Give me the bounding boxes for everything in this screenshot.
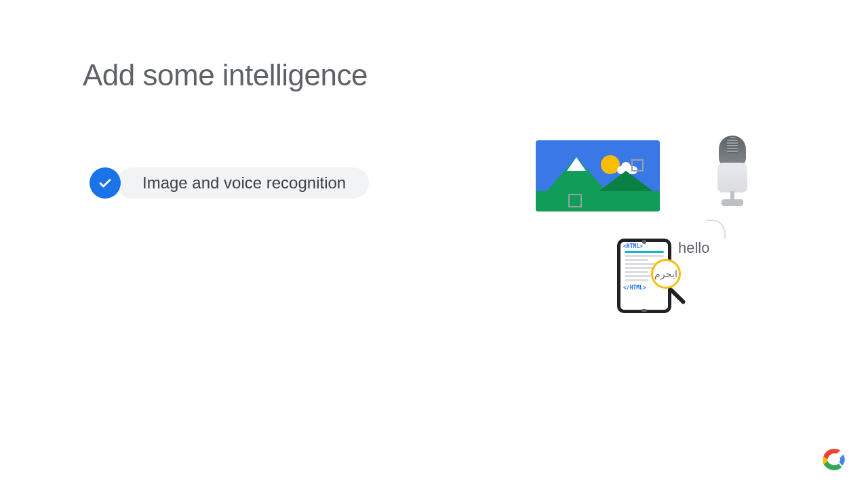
bullet-text: Image and voice recognition	[142, 174, 346, 192]
image-recognition-illustration	[536, 140, 660, 211]
slide: Add some intelligence Image and voice re…	[0, 0, 868, 488]
focus-box-icon	[568, 194, 582, 207]
hello-label: hello	[678, 239, 709, 257]
bullet-row: Image and voice recognition	[90, 167, 369, 199]
html-open-tag: <HTML>	[620, 242, 668, 249]
microphone-icon	[712, 136, 753, 211]
connector-line	[707, 220, 726, 239]
focus-box-icon	[631, 159, 644, 171]
slide-title: Add some intelligence	[83, 58, 368, 92]
magnifier-icon: ابحرم	[651, 259, 681, 289]
bullet-pill: Image and voice recognition	[117, 167, 369, 199]
check-icon	[90, 167, 121, 199]
google-cloud-logo-icon	[822, 447, 846, 472]
arabic-text: ابحرم	[654, 268, 677, 279]
translation-illustration: <HTML> </HTML> ابحرم	[617, 239, 671, 313]
